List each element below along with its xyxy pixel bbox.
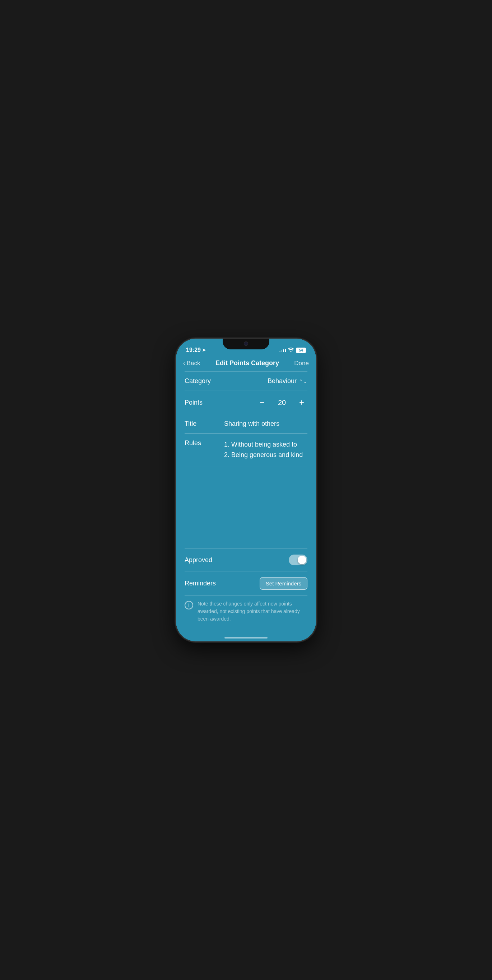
home-indicator xyxy=(224,637,268,638)
approved-toggle[interactable] xyxy=(289,555,307,565)
chevron-left-icon: ‹ xyxy=(183,360,185,367)
form-content: Category Behaviour ⌃⌄ Points − 20 + Titl xyxy=(176,371,316,466)
info-note: Note these changes only affect new point… xyxy=(198,600,307,623)
reminders-label: Reminders xyxy=(185,580,216,587)
notch xyxy=(223,339,269,349)
screen: 19:29 ➤ 54 xyxy=(176,339,316,641)
wifi-icon xyxy=(288,347,294,353)
status-icons: 54 xyxy=(280,347,306,353)
chevron-updown-icon: ⌃⌄ xyxy=(299,379,307,384)
divider-5 xyxy=(185,466,307,466)
rules-label: Rules xyxy=(185,439,213,447)
category-value-container[interactable]: Behaviour ⌃⌄ xyxy=(268,377,307,385)
rule-2: 2. Being generous and kind xyxy=(224,450,307,460)
time-display: 19:29 xyxy=(186,347,201,353)
info-icon: i xyxy=(185,601,193,609)
title-value[interactable]: Sharing with others xyxy=(224,420,307,428)
set-reminders-button[interactable]: Set Reminders xyxy=(260,577,307,590)
title-label: Title xyxy=(185,420,213,428)
done-button[interactable]: Done xyxy=(294,360,309,367)
rule-1: 1. Without being asked to xyxy=(224,439,307,450)
page-title: Edit Points Category xyxy=(216,360,279,367)
camera xyxy=(244,342,248,346)
approved-label: Approved xyxy=(185,556,212,564)
points-increase-button[interactable]: + xyxy=(296,397,307,408)
battery-indicator: 54 xyxy=(296,348,306,353)
points-label: Points xyxy=(185,399,203,406)
category-label: Category xyxy=(185,377,211,385)
location-icon: ➤ xyxy=(202,348,206,353)
rules-row: Rules 1. Without being asked to 2. Being… xyxy=(185,434,307,466)
title-row: Title Sharing with others xyxy=(185,414,307,433)
back-button[interactable]: ‹ Back xyxy=(183,360,200,367)
nav-bar: ‹ Back Edit Points Category Done xyxy=(176,356,316,371)
battery-level: 54 xyxy=(299,348,303,352)
points-controls: − 20 + xyxy=(256,397,307,408)
status-time: 19:29 ➤ xyxy=(186,347,206,353)
approved-row: Approved xyxy=(185,549,307,571)
points-row: Points − 20 + xyxy=(185,391,307,414)
signal-icon xyxy=(280,348,286,352)
info-section: i Note these changes only affect new poi… xyxy=(185,596,307,627)
reminders-row: Reminders Set Reminders xyxy=(185,571,307,595)
phone-frame: 19:29 ➤ 54 xyxy=(176,339,316,641)
back-label: Back xyxy=(187,360,200,367)
toggle-thumb xyxy=(298,556,306,564)
category-value: Behaviour xyxy=(268,377,297,385)
category-row[interactable]: Category Behaviour ⌃⌄ xyxy=(185,372,307,391)
rules-text[interactable]: 1. Without being asked to 2. Being gener… xyxy=(224,439,307,460)
bottom-section: Approved Reminders Set Reminders i Note … xyxy=(176,549,316,627)
points-value: 20 xyxy=(276,399,287,407)
toggle-track[interactable] xyxy=(289,555,307,565)
points-decrease-button[interactable]: − xyxy=(256,397,268,408)
